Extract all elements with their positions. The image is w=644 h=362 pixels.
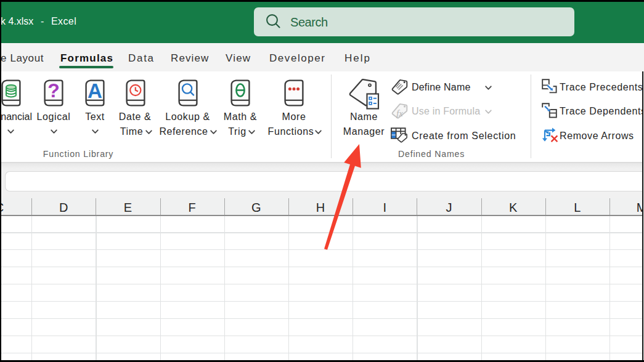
svg-text:?: ? — [47, 79, 60, 102]
svg-text:fx: fx — [396, 108, 403, 118]
svg-text:A: A — [88, 79, 102, 102]
